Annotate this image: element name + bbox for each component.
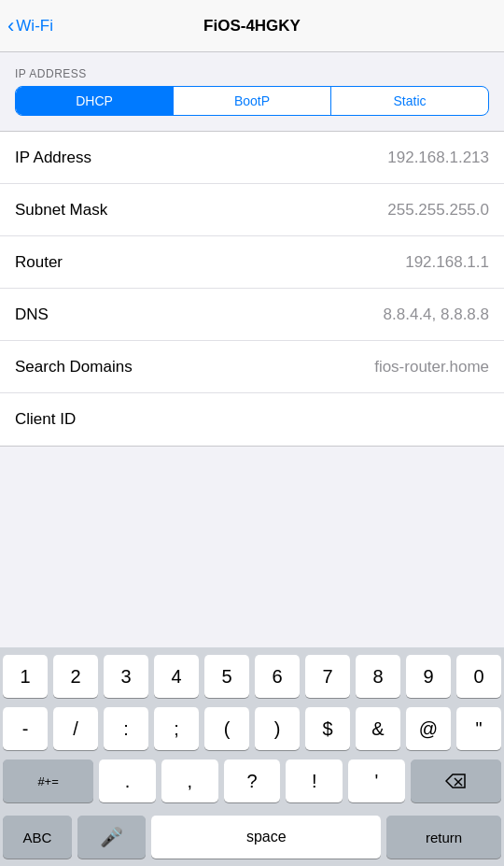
key-comma[interactable]: , [161, 760, 218, 802]
section-header: IP ADDRESS [0, 52, 504, 86]
key-5[interactable]: 5 [204, 655, 249, 698]
row-value-dns: 8.8.4.4, 8.8.8.8 [384, 305, 489, 324]
settings-table: IP Address 192.168.1.213 Subnet Mask 255… [0, 131, 504, 447]
key-at[interactable]: @ [406, 707, 451, 750]
table-row: IP Address 192.168.1.213 [0, 132, 504, 184]
key-question[interactable]: ? [224, 760, 281, 802]
key-open-paren[interactable]: ( [204, 707, 249, 750]
row-label-search-domains: Search Domains [15, 358, 374, 376]
row-value-ip: 192.168.1.213 [387, 149, 489, 167]
key-6[interactable]: 6 [255, 655, 300, 698]
keyboard-panel: 1 2 3 4 5 6 7 8 9 0 - / : ; ( ) $ & @ " … [0, 647, 504, 816]
key-colon[interactable]: : [104, 707, 148, 750]
table-row: Subnet Mask 255.255.255.0 [0, 184, 504, 236]
table-row: Client ID [0, 393, 504, 446]
key-apostrophe[interactable]: ' [348, 760, 405, 802]
key-space[interactable]: space [151, 816, 381, 859]
key-return[interactable]: return [386, 816, 501, 859]
key-slash[interactable]: / [53, 707, 98, 750]
segment-dhcp[interactable]: DHCP [16, 87, 174, 115]
key-dollar[interactable]: $ [305, 707, 350, 750]
key-ampersand[interactable]: & [356, 707, 400, 750]
ip-mode-segmented-control: DHCP BootP Static [15, 86, 489, 116]
key-delete[interactable] [411, 760, 501, 802]
keyboard-row-more: #+= . , ? ! ' [3, 760, 501, 802]
row-value-search-domains: fios-router.home [374, 358, 489, 376]
back-button[interactable]: ‹ Wi-Fi [7, 16, 53, 36]
key-7[interactable]: 7 [305, 655, 350, 698]
table-row: Router 192.168.1.1 [0, 236, 504, 289]
key-quote[interactable]: " [456, 707, 501, 750]
key-semicolon[interactable]: ; [154, 707, 199, 750]
row-label-dns: DNS [15, 305, 384, 324]
key-abc[interactable]: ABC [3, 816, 72, 859]
key-period[interactable]: . [99, 760, 156, 802]
key-3[interactable]: 3 [104, 655, 148, 698]
key-close-paren[interactable]: ) [255, 707, 300, 750]
key-2[interactable]: 2 [53, 655, 98, 698]
table-row: DNS 8.8.4.4, 8.8.8.8 [0, 289, 504, 341]
keyboard-row-numbers: 1 2 3 4 5 6 7 8 9 0 [3, 655, 501, 698]
row-value-router: 192.168.1.1 [405, 253, 489, 272]
chevron-left-icon: ‹ [7, 16, 14, 36]
key-symbols-toggle[interactable]: #+= [3, 760, 93, 802]
key-9[interactable]: 9 [406, 655, 451, 698]
row-label-client-id: Client ID [15, 410, 489, 429]
nav-bar: ‹ Wi-Fi FiOS-4HGKY [0, 0, 504, 52]
keyboard: 1 2 3 4 5 6 7 8 9 0 - / : ; ( ) $ & @ " … [0, 647, 504, 866]
row-label-ip: IP Address [15, 149, 387, 167]
key-mic[interactable]: 🎤 [77, 816, 147, 859]
row-label-subnet: Subnet Mask [15, 201, 387, 220]
segment-static[interactable]: Static [331, 87, 488, 115]
row-value-subnet: 255.255.255.0 [387, 201, 489, 220]
key-1[interactable]: 1 [3, 655, 48, 698]
row-label-router: Router [15, 253, 405, 272]
key-8[interactable]: 8 [356, 655, 400, 698]
keyboard-row-symbols: - / : ; ( ) $ & @ " [3, 707, 501, 750]
table-row: Search Domains fios-router.home [0, 341, 504, 393]
keyboard-bottom-row: ABC 🎤 space return [0, 816, 504, 866]
key-4[interactable]: 4 [154, 655, 199, 698]
back-label: Wi-Fi [16, 17, 53, 35]
segment-bootp[interactable]: BootP [174, 87, 331, 115]
key-exclamation[interactable]: ! [286, 760, 343, 802]
page-title: FiOS-4HGKY [203, 17, 301, 35]
key-dash[interactable]: - [3, 707, 48, 750]
key-0[interactable]: 0 [456, 655, 501, 698]
